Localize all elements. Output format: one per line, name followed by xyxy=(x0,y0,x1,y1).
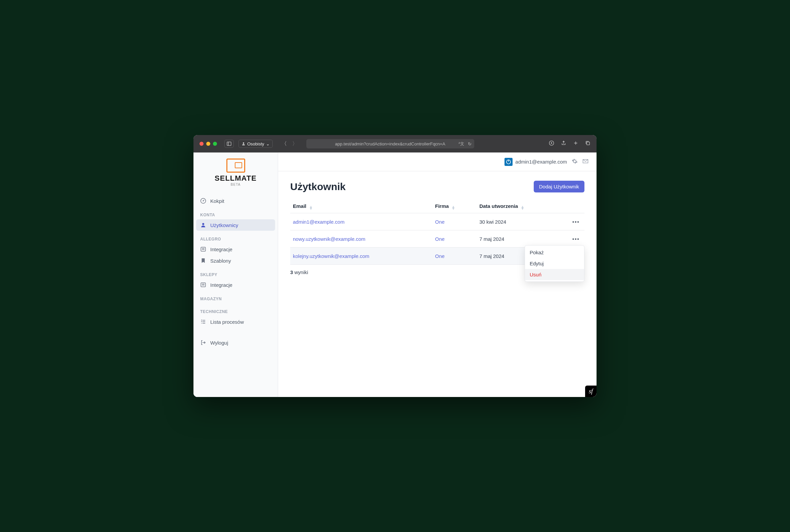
sidebar-item-dashboard[interactable]: Kokpit xyxy=(196,195,275,207)
user-created-cell: 30 kwi 2024 xyxy=(477,213,564,230)
results-count: 3 xyxy=(290,269,293,275)
tabs-icon[interactable] xyxy=(585,140,590,147)
sidebar-item-users[interactable]: Użytkownicy xyxy=(196,219,275,231)
row-actions-button[interactable]: ••• xyxy=(570,217,582,226)
row-actions-dropdown: Pokaż Edytuj Usuń xyxy=(525,245,584,282)
gravatar-icon xyxy=(505,158,512,166)
svg-point-8 xyxy=(203,201,204,202)
app-topbar: admin1@example.com xyxy=(278,152,597,171)
maximize-window-button[interactable] xyxy=(213,142,217,146)
user-company-link[interactable]: One xyxy=(435,236,445,242)
sidebar-item-label: Lista procesów xyxy=(210,319,244,325)
sidebar-section-technical: TECHNICZNE xyxy=(196,303,275,316)
browser-forward-button[interactable]: 〉 xyxy=(292,140,298,148)
close-window-button[interactable] xyxy=(200,142,204,146)
settings-button[interactable] xyxy=(572,158,578,166)
translate-icon[interactable]: ᴬ文 xyxy=(458,141,464,147)
chevron-down-icon: ⌄ xyxy=(266,141,270,147)
sort-icon: ▲▼ xyxy=(521,206,524,210)
current-user[interactable]: admin1@example.com xyxy=(505,158,567,166)
sidebar-section-allegro: ALLEGRO xyxy=(196,231,275,244)
user-company-link[interactable]: One xyxy=(435,253,445,259)
dropdown-item-edit[interactable]: Edytuj xyxy=(525,258,584,269)
table-row: nowy.uzytkownik@example.com One 7 maj 20… xyxy=(290,230,584,248)
sort-icon: ▲▼ xyxy=(309,206,313,210)
page-title: Użytkownik xyxy=(290,181,345,192)
svg-rect-6 xyxy=(587,142,590,145)
sidebar-section-shops: SKLEPY xyxy=(196,266,275,279)
tasks-icon xyxy=(200,319,206,325)
brand-logo[interactable]: SELLMATE BETA xyxy=(193,156,278,192)
sidebar-item-processes[interactable]: Lista procesów xyxy=(196,316,275,327)
column-header-company[interactable]: Firma ▲▼ xyxy=(432,200,477,213)
sidebar-item-logout[interactable]: Wyloguj xyxy=(196,337,275,348)
logo-icon xyxy=(226,158,245,173)
sidebar-item-integrations-shops[interactable]: Integracje xyxy=(196,279,275,290)
sidebar-section-warehouse: MAGAZYN xyxy=(196,290,275,303)
row-actions-button[interactable]: ••• xyxy=(570,234,582,244)
user-created-cell: 7 maj 2024 xyxy=(477,230,564,248)
browser-url-text: app.test/admin?crudAction=index&crudCont… xyxy=(335,141,445,147)
dropdown-item-delete[interactable]: Usuń xyxy=(525,269,584,280)
window-controls xyxy=(200,142,217,146)
browser-profile-button[interactable]: Osobisty ⌄ xyxy=(239,140,273,148)
sidebar-item-integrations-allegro[interactable]: Integracje xyxy=(196,244,275,255)
brand-name: SELLMATE xyxy=(193,174,278,183)
sort-icon: ▲▼ xyxy=(451,206,455,210)
user-email-link[interactable]: kolejny.uzytkownik@example.com xyxy=(293,253,370,259)
logout-icon xyxy=(200,340,206,346)
minimize-window-button[interactable] xyxy=(206,142,210,146)
column-header-created[interactable]: Data utworzenia ▲▼ xyxy=(477,200,564,213)
sidebar-item-label: Integracje xyxy=(210,282,232,288)
user-company-link[interactable]: One xyxy=(435,219,445,225)
list-icon xyxy=(200,246,206,252)
add-user-button[interactable]: Dodaj Użytkownik xyxy=(534,181,584,192)
current-user-email: admin1@example.com xyxy=(515,159,567,165)
main-content: admin1@example.com Użytkownik Dodaj Użyt… xyxy=(278,152,597,397)
browser-profile-label: Osobisty xyxy=(247,141,264,147)
gear-icon xyxy=(572,158,578,164)
results-label: wyniki xyxy=(295,269,308,275)
user-email-link[interactable]: nowy.uzytkownik@example.com xyxy=(293,236,365,242)
dropdown-item-show[interactable]: Pokaż xyxy=(525,247,584,258)
sidebar-item-label: Wyloguj xyxy=(210,340,228,346)
share-icon[interactable] xyxy=(561,140,566,147)
app-sidebar: SELLMATE BETA Kokpit KONTA Użytkownicy A… xyxy=(193,152,278,397)
bookmark-icon xyxy=(200,258,206,264)
sidebar-item-label: Szablony xyxy=(210,258,231,264)
svg-rect-0 xyxy=(227,142,231,146)
sidebar-item-templates[interactable]: Szablony xyxy=(196,255,275,266)
reload-icon[interactable]: ↻ xyxy=(468,141,472,147)
browser-titlebar: Osobisty ⌄ 〈 〉 app.test/admin?crudAction… xyxy=(193,135,597,152)
svg-point-9 xyxy=(202,223,204,225)
list-icon xyxy=(200,282,206,288)
envelope-icon xyxy=(582,158,588,164)
sidebar-section-accounts: KONTA xyxy=(196,207,275,219)
messages-button[interactable] xyxy=(582,158,588,166)
symfony-badge[interactable]: sf xyxy=(585,385,597,397)
user-icon xyxy=(200,222,206,228)
browser-back-button[interactable]: 〈 xyxy=(281,140,287,148)
browser-url-bar[interactable]: app.test/admin?crudAction=index&crudCont… xyxy=(306,139,474,149)
svg-point-2 xyxy=(243,142,244,144)
gauge-icon xyxy=(200,198,206,204)
table-row: admin1@example.com One 30 kwi 2024 ••• xyxy=(290,213,584,230)
column-header-email[interactable]: Email ▲▼ xyxy=(290,200,432,213)
user-email-link[interactable]: admin1@example.com xyxy=(293,219,345,225)
sidebar-item-label: Integracje xyxy=(210,247,232,252)
sidebar-toggle-button[interactable] xyxy=(224,140,234,148)
brand-sub: BETA xyxy=(193,183,278,186)
downloads-icon[interactable] xyxy=(549,140,554,147)
new-tab-icon[interactable] xyxy=(573,140,578,147)
sidebar-item-label: Użytkownicy xyxy=(210,222,238,228)
sidebar-item-label: Kokpit xyxy=(210,198,224,204)
